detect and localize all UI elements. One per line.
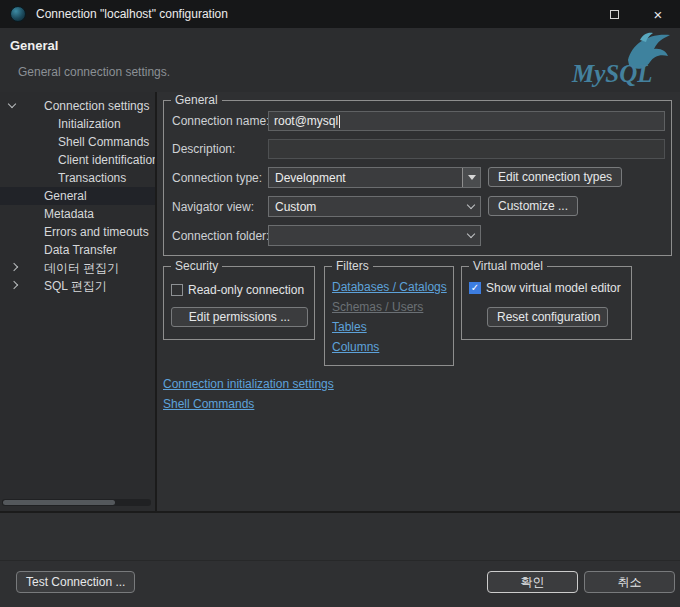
filter-link-columns[interactable]: Columns — [332, 340, 379, 354]
sidebar-item-metadata[interactable]: Metadata — [0, 205, 155, 223]
close-icon: × — [654, 7, 663, 22]
text-caret — [339, 115, 340, 128]
dropdown-chevron-icon — [462, 226, 480, 245]
connection-folder-select[interactable] — [268, 225, 481, 246]
navigator-view-label: Navigator view: — [172, 200, 254, 214]
window-controls: × — [592, 0, 680, 28]
app-icon — [10, 6, 26, 22]
scrollbar-thumb[interactable] — [3, 500, 115, 505]
navigator-view-value: Custom — [269, 200, 462, 214]
page-subtitle: General connection settings. — [18, 65, 170, 79]
navigator-view-select[interactable]: Custom — [268, 196, 481, 217]
sidebar-item-data-transfer[interactable]: Data Transfer — [0, 241, 155, 259]
ok-button[interactable]: 확인 — [487, 571, 578, 593]
filters-group: Filters Databases / Catalogs Schemas / U… — [324, 266, 454, 366]
connection-name-input[interactable]: root@mysql — [268, 111, 665, 131]
dialog-footer: Test Connection ... 확인 취소 — [0, 560, 680, 607]
sidebar-item-transactions[interactable]: Transactions — [0, 169, 155, 187]
connection-type-value: Development — [269, 171, 462, 185]
customize-button[interactable]: Customize ... — [488, 196, 578, 216]
close-button[interactable]: × — [636, 0, 680, 28]
show-virtual-model-editor-checkbox[interactable] — [469, 282, 481, 294]
sidebar-item-general[interactable]: General — [0, 187, 155, 205]
sidebar-item-data-editor[interactable]: 데이터 편집기 — [0, 259, 155, 277]
dialog-header: General General connection settings. MyS… — [0, 28, 680, 92]
edit-connection-types-button[interactable]: Edit connection types — [488, 167, 622, 187]
tree-list: Connection settings Initialization Shell… — [0, 97, 155, 295]
description-label: Description: — [172, 142, 235, 156]
connection-name-label: Connection name: — [172, 114, 269, 128]
filter-link-databases-catalogs[interactable]: Databases / Catalogs — [332, 280, 447, 294]
mysql-logo: MySQL — [570, 30, 674, 90]
connection-folder-label: Connection folder: — [172, 229, 269, 243]
page-title: General — [10, 38, 58, 53]
sidebar-item-sql-editor[interactable]: SQL 편집기 — [0, 277, 155, 295]
settings-tree: Connection settings Initialization Shell… — [0, 92, 157, 511]
sidebar-item-connection-settings[interactable]: Connection settings — [0, 97, 155, 115]
titlebar: Connection "localhost" configuration × — [0, 0, 680, 28]
cancel-button[interactable]: 취소 — [584, 571, 675, 593]
reset-configuration-button[interactable]: Reset configuration — [487, 307, 608, 327]
connection-type-select[interactable]: Development — [268, 167, 481, 188]
filter-link-tables[interactable]: Tables — [332, 320, 367, 334]
filter-link-schemas-users: Schemas / Users — [332, 300, 423, 314]
sidebar-horizontal-scrollbar[interactable] — [2, 499, 151, 506]
main-panel: General Connection name: root@mysql Desc… — [157, 92, 680, 511]
window-title: Connection "localhost" configuration — [36, 7, 228, 21]
security-group-title: Security — [171, 259, 222, 273]
dropdown-chevron-icon — [462, 197, 480, 216]
sidebar-item-shell-commands[interactable]: Shell Commands — [0, 133, 155, 151]
dialog-content: Connection settings Initialization Shell… — [0, 92, 680, 513]
mysql-logo-text: MySQL — [571, 60, 653, 87]
connection-type-label: Connection type: — [172, 171, 262, 185]
sidebar-item-client-identification[interactable]: Client identification — [0, 151, 155, 169]
show-virtual-model-editor-label: Show virtual model editor — [486, 281, 621, 295]
maximize-icon — [610, 10, 619, 19]
filters-group-title: Filters — [332, 259, 373, 273]
sidebar-item-errors-and-timeouts[interactable]: Errors and timeouts — [0, 223, 155, 241]
connection-initialization-settings-link[interactable]: Connection initialization settings — [163, 377, 334, 391]
shell-commands-link[interactable]: Shell Commands — [163, 397, 254, 411]
dropdown-arrow-icon — [462, 168, 480, 187]
readonly-connection-checkbox[interactable] — [171, 284, 183, 296]
security-group: Security Read-only connection Edit permi… — [163, 266, 315, 340]
virtual-model-group-title: Virtual model — [469, 259, 547, 273]
readonly-connection-label: Read-only connection — [188, 283, 304, 297]
general-group: General Connection name: root@mysql Desc… — [163, 100, 672, 256]
connection-name-value: root@mysql — [274, 114, 338, 128]
virtual-model-group: Virtual model Show virtual model editor … — [461, 266, 632, 340]
general-group-title: General — [171, 93, 222, 107]
sidebar-item-initialization[interactable]: Initialization — [0, 115, 155, 133]
edit-permissions-button[interactable]: Edit permissions ... — [171, 307, 308, 327]
test-connection-button[interactable]: Test Connection ... — [16, 571, 135, 593]
description-input[interactable] — [268, 139, 665, 159]
maximize-button[interactable] — [592, 0, 636, 28]
